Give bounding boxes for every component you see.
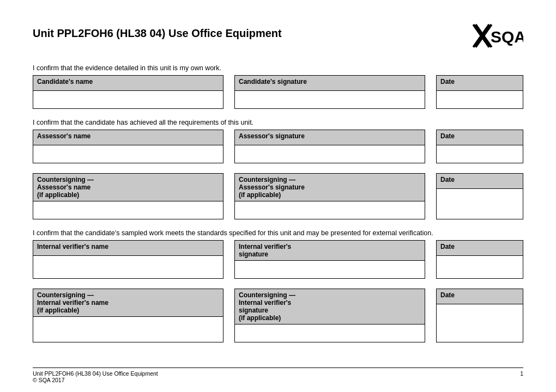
assessor-signature-label: Assessor's signature (235, 130, 425, 145)
assessor-name-label: Assessor's name (33, 130, 223, 145)
candidate-date-label: Date (437, 76, 523, 91)
countersigning-assessor-form-row: Countersigning — Assessor's name (if app… (33, 173, 523, 219)
iv-name-input[interactable] (33, 256, 223, 273)
countersigning-assessor-name-label: Countersigning — Assessor's name (if app… (33, 174, 223, 201)
iv-form-row: Internal verifier's name Internal verifi… (33, 240, 523, 279)
iv-date-input[interactable] (437, 256, 523, 273)
assessor-signature-cell: Assessor's signature (234, 130, 425, 163)
countersigning-assessor-date-input[interactable] (437, 189, 523, 206)
countersigning-assessor-date-cell: Date (436, 173, 523, 219)
iv-name-label: Internal verifier's name (33, 241, 223, 256)
countersigning-iv-date-cell: Date (436, 289, 523, 342)
candidate-confirm-text: I confirm that the evidence detailed in … (33, 64, 523, 72)
sqa-logo: SQA (469, 22, 523, 54)
footer-page-number: 1 (520, 370, 523, 383)
candidate-name-input[interactable] (33, 91, 223, 108)
iv-signature-cell: Internal verifier's signature (234, 240, 425, 279)
assessor-signature-input[interactable] (235, 145, 425, 163)
assessor-date-cell: Date (436, 130, 523, 163)
assessor-form-row: Assessor's name Assessor's signature Dat… (33, 130, 523, 163)
countersigning-assessor-date-label: Date (437, 174, 523, 189)
candidate-date-input[interactable] (437, 91, 523, 108)
candidate-name-label: Candidate's name (33, 76, 223, 91)
countersigning-assessor-signature-input[interactable] (235, 201, 425, 219)
iv-date-cell: Date (436, 240, 523, 279)
iv-name-cell: Internal verifier's name (33, 240, 223, 279)
svg-text:SQA: SQA (491, 28, 523, 46)
countersigning-assessor-name-cell: Countersigning — Assessor's name (if app… (33, 173, 223, 219)
footer-left: Unit PPL2FOH6 (HL38 04) Use Office Equip… (33, 370, 158, 383)
countersigning-iv-signature-cell: Countersigning — Internal verifier's sig… (234, 289, 425, 342)
countersigning-iv-form-row: Countersigning — Internal verifier's nam… (33, 289, 523, 342)
countersigning-iv-date-label: Date (437, 289, 523, 304)
page: Unit PPL2FOH6 (HL38 04) Use Office Equip… (0, 0, 556, 392)
countersigning-assessor-name-input[interactable] (33, 201, 223, 219)
candidate-form-row: Candidate's name Candidate's signature D… (33, 75, 523, 109)
assessor-date-input[interactable] (437, 145, 523, 163)
footer: Unit PPL2FOH6 (HL38 04) Use Office Equip… (33, 367, 523, 383)
countersigning-assessor-signature-label: Countersigning — Assessor's signature (i… (235, 174, 425, 201)
countersigning-iv-signature-label: Countersigning — Internal verifier's sig… (235, 289, 425, 324)
countersigning-iv-date-input[interactable] (437, 304, 523, 322)
candidate-signature-cell: Candidate's signature (234, 75, 425, 109)
countersigning-iv-name-input[interactable] (33, 317, 223, 334)
countersigning-assessor-signature-cell: Countersigning — Assessor's signature (i… (234, 173, 425, 219)
countersigning-iv-name-label: Countersigning — Internal verifier's nam… (33, 289, 223, 317)
countersigning-iv-name-cell: Countersigning — Internal verifier's nam… (33, 289, 223, 342)
iv-date-label: Date (437, 241, 523, 256)
candidate-name-cell: Candidate's name (33, 75, 223, 109)
assessor-confirm-text: I confirm that the candidate has achieve… (33, 119, 523, 126)
assessor-date-label: Date (437, 130, 523, 145)
header: Unit PPL2FOH6 (HL38 04) Use Office Equip… (33, 22, 523, 54)
candidate-signature-input[interactable] (235, 91, 425, 108)
candidate-signature-label: Candidate's signature (235, 76, 425, 91)
iv-signature-label: Internal verifier's signature (235, 241, 425, 261)
candidate-date-cell: Date (436, 75, 523, 109)
countersigning-iv-signature-input[interactable] (235, 324, 425, 342)
iv-signature-input[interactable] (235, 261, 425, 278)
page-title: Unit PPL2FOH6 (HL38 04) Use Office Equip… (33, 27, 282, 40)
assessor-name-cell: Assessor's name (33, 130, 223, 163)
iv-confirm-text: I confirm that the candidate's sampled w… (33, 229, 523, 237)
assessor-name-input[interactable] (33, 145, 223, 163)
